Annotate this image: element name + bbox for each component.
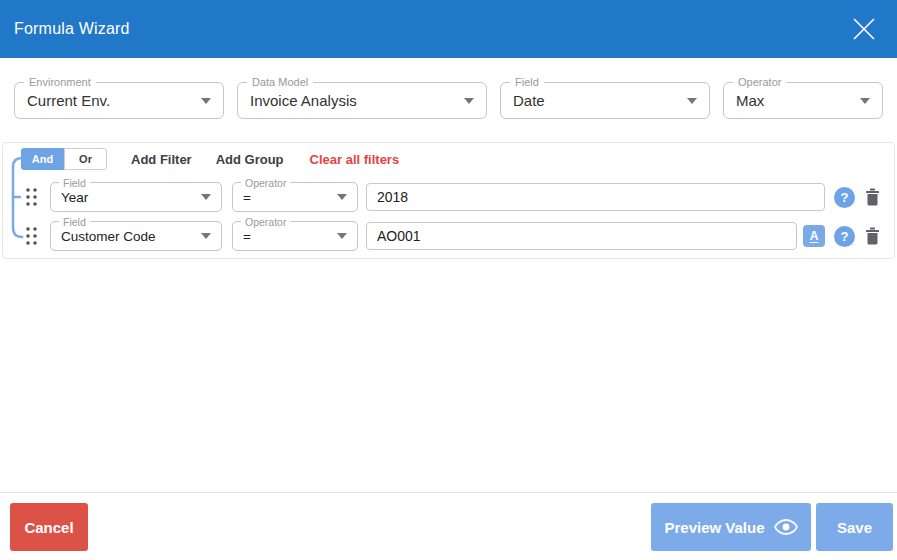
selectors-row: Environment Current Env. Data Model Invo… [0, 58, 897, 119]
filter-field-select[interactable]: Field Customer Code [50, 221, 222, 251]
filter-field-label: Field [59, 177, 90, 189]
close-icon [851, 16, 877, 42]
filter-group-panel: And Or Add Filter Add Group Clear all fi… [2, 142, 895, 259]
filter-operator-label: Operator [241, 177, 290, 189]
filter-operator-value: = [243, 229, 329, 244]
environment-value: Current Env. [27, 92, 193, 109]
operator-value: Max [736, 92, 852, 109]
close-button[interactable] [849, 14, 879, 44]
text-type-glyph: A [810, 229, 819, 243]
operator-label: Operator [733, 76, 786, 89]
text-type-icon[interactable]: A [803, 225, 825, 247]
add-group-button[interactable]: Add Group [216, 152, 284, 167]
filter-operator-label: Operator [241, 216, 290, 228]
filter-field-value: Customer Code [61, 229, 193, 244]
preview-value-label: Preview Value [664, 519, 764, 536]
filter-operator-select[interactable]: Operator = [232, 182, 358, 212]
filter-operator-value: = [243, 190, 329, 205]
environment-select[interactable]: Environment Current Env. [14, 82, 224, 119]
help-icon[interactable]: ? [834, 226, 855, 247]
help-icon[interactable]: ? [834, 187, 855, 208]
environment-label: Environment [24, 76, 96, 89]
formula-wizard-dialog: Formula Wizard Environment Current Env. … [0, 0, 897, 560]
trash-icon [865, 188, 880, 206]
save-button[interactable]: Save [816, 503, 893, 551]
filter-value-input[interactable] [366, 183, 825, 211]
trash-icon [865, 227, 880, 245]
clear-all-filters-button[interactable]: Clear all filters [310, 152, 400, 167]
filter-row: Field Customer Code Operator = A ? [24, 220, 880, 252]
chevron-down-icon [201, 98, 211, 104]
eye-icon [774, 519, 798, 535]
drag-handle-icon[interactable] [24, 226, 38, 246]
data-model-label: Data Model [247, 76, 313, 89]
cancel-button[interactable]: Cancel [10, 503, 88, 551]
field-select[interactable]: Field Date [500, 82, 710, 119]
filter-operator-select[interactable]: Operator = [232, 221, 358, 251]
chevron-down-icon [201, 233, 211, 239]
field-value: Date [513, 92, 679, 109]
filter-field-select[interactable]: Field Year [50, 182, 222, 212]
chevron-down-icon [860, 98, 870, 104]
chevron-down-icon [464, 98, 474, 104]
chevron-down-icon [687, 98, 697, 104]
delete-filter-button[interactable] [865, 227, 880, 245]
and-toggle[interactable]: And [21, 148, 64, 170]
chevron-down-icon [337, 194, 347, 200]
dialog-header: Formula Wizard [0, 0, 897, 58]
chevron-down-icon [201, 194, 211, 200]
filter-field-value: Year [61, 190, 193, 205]
chevron-down-icon [337, 233, 347, 239]
filter-field-label: Field [59, 216, 90, 228]
add-filter-button[interactable]: Add Filter [131, 152, 192, 167]
filter-toolbar: And Or Add Filter Add Group Clear all fi… [21, 148, 894, 170]
field-label: Field [510, 76, 544, 89]
data-model-value: Invoice Analysis [250, 92, 456, 109]
drag-handle-icon[interactable] [24, 187, 38, 207]
filter-value-input[interactable] [366, 222, 797, 250]
preview-value-button[interactable]: Preview Value [651, 503, 811, 551]
data-model-select[interactable]: Data Model Invoice Analysis [237, 82, 487, 119]
operator-select[interactable]: Operator Max [723, 82, 883, 119]
or-toggle[interactable]: Or [64, 148, 107, 170]
delete-filter-button[interactable] [865, 188, 880, 206]
dialog-title: Formula Wizard [14, 20, 130, 38]
filter-row: Field Year Operator = ? [24, 181, 880, 213]
footer-divider [0, 492, 897, 493]
